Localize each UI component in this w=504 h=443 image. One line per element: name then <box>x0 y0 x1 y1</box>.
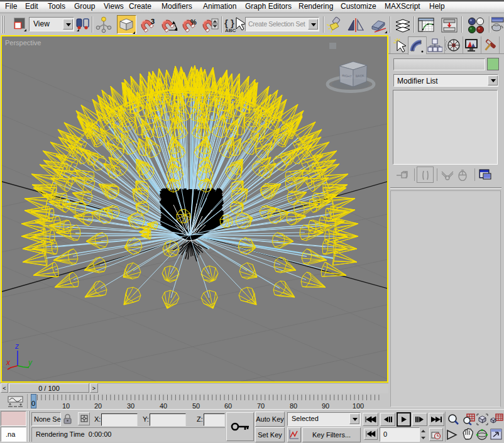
svg-text:BACK: BACK <box>356 74 365 78</box>
svg-text:10: 10 <box>62 402 70 409</box>
svg-text:x: x <box>6 358 11 367</box>
svg-text:y: y <box>28 358 33 367</box>
svg-text:%: % <box>190 18 197 26</box>
svg-text:3: 3 <box>151 18 155 25</box>
svg-text:100: 100 <box>353 402 364 409</box>
svg-text:60: 60 <box>224 402 232 409</box>
svg-text:{ }: { } <box>224 18 234 28</box>
svg-text:70: 70 <box>257 402 265 409</box>
svg-text:30: 30 <box>127 402 134 409</box>
svg-text:90: 90 <box>322 402 329 409</box>
svg-text:40: 40 <box>160 402 167 409</box>
svg-text:20: 20 <box>94 402 102 409</box>
svg-text:z: z <box>14 342 19 351</box>
svg-text:ABC: ABC <box>225 28 236 33</box>
svg-text:Perspective: Perspective <box>5 39 41 46</box>
svg-text:80: 80 <box>290 402 297 409</box>
svg-text:50: 50 <box>192 402 200 409</box>
